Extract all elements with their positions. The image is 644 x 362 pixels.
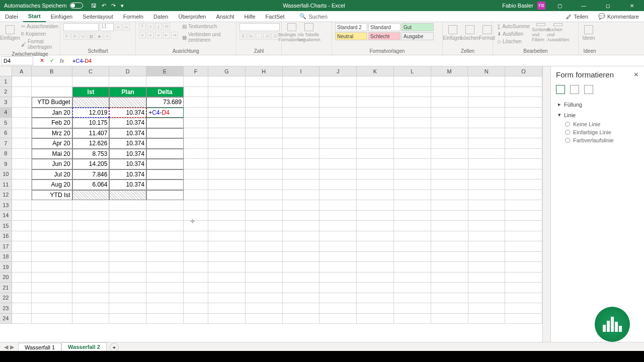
cell[interactable] [12,76,32,87]
cell[interactable] [146,211,184,221]
toggle-icon[interactable] [70,3,83,9]
cell[interactable] [468,169,506,180]
cell[interactable] [109,76,146,87]
cell[interactable] [431,200,468,211]
cell[interactable] [394,314,431,324]
cell[interactable] [146,179,184,190]
tab-ueberpruefen[interactable]: Überprüfen [173,11,211,22]
cell[interactable] [283,252,320,262]
cell[interactable] [319,231,357,242]
cell[interactable] [283,211,320,221]
cell[interactable] [468,252,506,262]
cell[interactable] [184,128,208,139]
sheet-tab[interactable]: Wasserfall 1 [18,343,61,351]
cell[interactable] [468,262,506,273]
cell[interactable] [357,128,394,139]
cell[interactable]: 10.374 [109,169,146,180]
cell[interactable]: Jan 20 [32,108,72,118]
cell[interactable] [431,108,468,118]
row-header[interactable]: 3 [0,97,12,108]
cell[interactable]: YTD Budget [32,97,72,108]
cell[interactable] [208,169,246,180]
cell[interactable] [109,241,146,252]
cell[interactable] [32,231,72,242]
share-button[interactable]: 🖉 Teilen [561,14,593,20]
cell[interactable] [357,87,394,98]
cell[interactable] [283,303,320,314]
autosave-toggle[interactable]: Automatisches Speichern [0,3,87,9]
cell[interactable] [394,108,431,118]
cell[interactable] [184,118,208,128]
cell[interactable] [146,252,184,262]
style-ausgabe[interactable]: Ausgabe [401,32,434,40]
cell[interactable]: Mai 20 [32,149,72,159]
cell[interactable] [109,262,146,273]
cell[interactable] [146,149,184,159]
cell[interactable] [72,283,110,293]
cell[interactable]: YTD Ist [32,190,72,201]
cell[interactable] [72,273,110,283]
cell[interactable] [12,273,32,283]
cell[interactable] [394,200,431,211]
row-header[interactable]: 11 [0,179,12,190]
save-icon[interactable]: 🖫 [91,3,97,9]
col-header[interactable]: L [394,66,431,76]
cell[interactable] [184,169,208,180]
row-header[interactable]: 12 [0,190,12,201]
cell[interactable] [319,76,357,87]
cell[interactable] [319,293,357,304]
cell[interactable] [246,159,283,169]
cell[interactable] [12,293,32,304]
cell[interactable] [431,241,468,252]
user-name[interactable]: Fabio Basler [502,3,533,9]
cell[interactable]: Jun 20 [32,159,72,169]
cell[interactable] [357,211,394,221]
cell[interactable] [319,262,357,273]
cell[interactable] [246,169,283,180]
find-select-button[interactable]: Suchen und Auswählen [551,23,565,42]
cell[interactable] [208,293,246,304]
bold-icon[interactable]: F [63,33,70,40]
cell[interactable] [505,159,542,169]
cell[interactable] [468,76,506,87]
cell[interactable] [246,241,283,252]
cell[interactable] [283,138,320,149]
cell[interactable] [394,87,431,98]
tab-formeln[interactable]: Formeln [118,11,148,22]
cell[interactable] [357,118,394,128]
cell[interactable] [184,87,208,98]
row-header[interactable]: 4 [0,108,12,118]
cell[interactable] [246,190,283,201]
cell[interactable] [431,159,468,169]
cell[interactable] [146,262,184,273]
row-header[interactable]: 6 [0,128,12,139]
cell[interactable] [12,149,32,159]
paste-button[interactable]: Einfügen [3,23,17,42]
cell[interactable] [319,314,357,324]
cell[interactable] [468,314,506,324]
cell[interactable] [283,169,320,180]
style-schlecht[interactable]: Schlecht [368,32,400,40]
cell[interactable] [505,231,542,242]
cell[interactable] [283,190,320,201]
align-bottom-icon[interactable]: ⤓ [155,23,162,30]
fx-icon[interactable]: fx [57,56,66,65]
cell[interactable] [357,159,394,169]
cell[interactable] [319,138,357,149]
cell[interactable] [184,303,208,314]
cell[interactable] [394,221,431,231]
cell[interactable] [208,149,246,159]
cell[interactable] [431,283,468,293]
cell[interactable]: 12.019 [72,108,110,118]
cell[interactable] [394,76,431,87]
cell[interactable] [468,149,506,159]
cell[interactable] [32,303,72,314]
cell[interactable] [184,273,208,283]
style-standard[interactable]: Standard [368,23,400,31]
cell[interactable] [319,179,357,190]
cell[interactable] [146,221,184,231]
sheet-nav-next-icon[interactable]: ▶ [10,344,14,350]
cell[interactable] [146,241,184,252]
cell[interactable]: Apr 20 [32,138,72,149]
cancel-icon[interactable]: ✕ [37,56,46,65]
